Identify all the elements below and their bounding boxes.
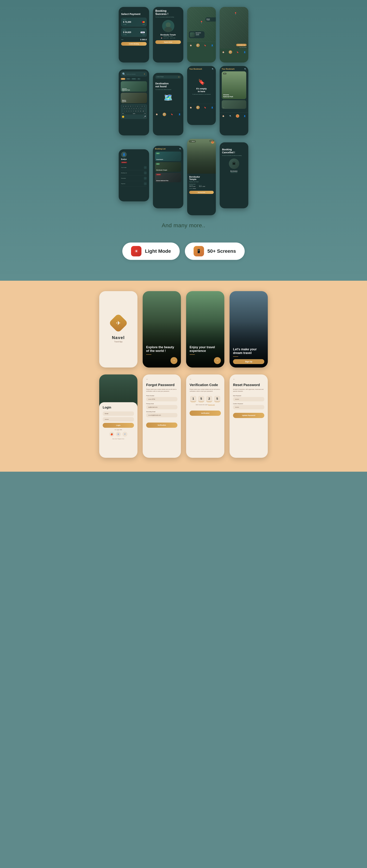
menu-booking-list[interactable]: Booking List › [121, 170, 147, 176]
destination-card-2[interactable]: MachuPicchu Peru [121, 93, 147, 103]
wm-nav-home[interactable]: 🏠 [222, 50, 225, 54]
key-h[interactable]: H [135, 107, 137, 110]
chip-temple[interactable]: Temple [126, 78, 131, 80]
confirm-booking-button[interactable]: Confirm Booking [121, 42, 147, 45]
nav-profile-notfound[interactable]: 👤 [178, 113, 181, 116]
nav-bookmark-notfound[interactable]: 🔖 [170, 113, 174, 116]
booking-card-1[interactable]: Active Kuta Beach [155, 152, 181, 161]
key-m[interactable]: M [140, 110, 142, 112]
code-digit-4[interactable]: 5 [214, 396, 220, 402]
google-login-button[interactable]: G [116, 432, 121, 437]
menu-payment[interactable]: Payment › [121, 181, 147, 186]
back-arrow[interactable]: ← [121, 9, 147, 11]
bkm-nav-bookmark[interactable]: 🔖 [236, 114, 239, 118]
be-nav-search[interactable]: 🔍 [196, 106, 200, 109]
key-emoji[interactable]: 😊 [122, 116, 124, 118]
destination-count-button[interactable]: 2 destination to go [236, 44, 247, 46]
apple-login-button[interactable]: 🍎 [109, 432, 114, 437]
bkm-nav-home[interactable]: 🏠 [222, 114, 225, 118]
onboard-next-btn-2[interactable]: → [214, 357, 221, 364]
login-email-field[interactable]: Email [103, 411, 134, 416]
back-cancelled[interactable]: ← [222, 145, 246, 146]
wm-nav-bookmark[interactable]: 🔖 [236, 50, 239, 54]
login-password-field[interactable]: •••••••• [103, 417, 134, 422]
booking-card-2[interactable]: Active Borobudur Temple [155, 162, 181, 172]
code-digit-3[interactable]: 2 [206, 396, 213, 402]
booking-list-search-icon[interactable]: 🔍 [179, 148, 181, 150]
booking-card-3[interactable]: Cancelled Bromo National Park [155, 173, 181, 182]
key-c[interactable]: C [130, 110, 132, 112]
rp-confirm-pass-field[interactable]: •••••••• [233, 405, 264, 409]
key-a[interactable]: A [124, 107, 125, 110]
key-r[interactable]: R [130, 105, 132, 107]
menu-promotion[interactable]: Promotion › [121, 176, 147, 181]
fp-phone-field[interactable]: ••••••• 8792 [146, 397, 177, 401]
key-123[interactable]: 123 [121, 113, 124, 115]
code-digit-1[interactable]: 1 [190, 396, 196, 402]
key-b[interactable]: B [135, 110, 137, 112]
bookmark-card-main[interactable]: 4.0 GöremeNational Park [222, 71, 246, 99]
key-j[interactable]: J [138, 107, 140, 110]
search-bar[interactable]: 🔍 Search your destination ⊞ [121, 71, 147, 76]
be-nav-bookmark[interactable]: 🔖 [203, 106, 207, 109]
search-input[interactable]: Search your destination [126, 73, 142, 75]
key-go[interactable]: Go [144, 113, 146, 115]
fp-email1-field[interactable]: op@email.com [146, 405, 177, 409]
rp-back-arrow[interactable]: ← [233, 378, 264, 380]
verification-button[interactable]: Verification [146, 423, 177, 428]
be-nav-profile[interactable]: 👤 [210, 106, 214, 109]
key-shift[interactable]: ⇧ [123, 110, 125, 112]
search-bar-notfound[interactable]: Grober Temple ⊞ [156, 75, 181, 79]
nav-profile-icon[interactable]: 👤 [210, 43, 214, 47]
key-f[interactable]: F [131, 107, 133, 110]
fp-email2-field[interactable]: •••••••hq@email.com [146, 413, 177, 417]
chip-sun[interactable]: Sun [137, 78, 141, 80]
search-icon-bkm[interactable]: 🔍 [244, 68, 246, 70]
rp-new-pass-field[interactable]: •••••••• [233, 397, 264, 401]
key-d[interactable]: D [128, 107, 130, 110]
key-g[interactable]: G [133, 107, 135, 110]
wm-nav-profile[interactable]: 👤 [243, 50, 246, 54]
key-mic[interactable]: 🎤 [143, 116, 146, 118]
verify-button[interactable]: Verification [190, 410, 221, 416]
search-icon-bookmark[interactable]: 🔍 [212, 68, 214, 70]
key-delete[interactable]: ⌫ [142, 110, 145, 112]
key-n[interactable]: N [137, 110, 139, 112]
register-link[interactable]: New User? Register Here [103, 438, 134, 439]
key-s[interactable]: S [126, 107, 128, 110]
payment-card-1[interactable]: Balance $ 72,200 •••• 5587 06/23 [121, 18, 147, 27]
update-password-button[interactable]: Update Password [233, 413, 264, 418]
onboard-next-btn-1[interactable]: → [170, 357, 177, 364]
login-button[interactable]: Login [103, 423, 134, 428]
payment-card-2[interactable]: Balance $ 54,620 VISA •••• 7423 06/23 [121, 28, 147, 37]
wm-nav-search[interactable]: 🔍 [229, 50, 232, 54]
nav-search-icon[interactable]: 🔍 [196, 43, 200, 47]
key-k[interactable]: K [140, 107, 142, 110]
code-digit-2[interactable]: 5 [198, 396, 204, 402]
bkm-nav-profile[interactable]: 👤 [243, 114, 246, 118]
nav-home-icon[interactable]: 🏠 [189, 43, 193, 47]
resend-code-link[interactable]: Resend code [208, 404, 215, 405]
fp-back-arrow[interactable]: ← [146, 378, 177, 380]
menu-your-profile[interactable]: Your Profile › [121, 165, 147, 170]
nav-search-notfound[interactable]: 🔍 [163, 113, 166, 116]
facebook-login-button[interactable]: f [122, 432, 128, 437]
vp-back-arrow[interactable]: ← [190, 378, 221, 380]
key-z[interactable]: Z [125, 110, 128, 112]
chip-waterfall[interactable]: Waterfall [131, 78, 136, 80]
key-w[interactable]: W [125, 105, 127, 107]
chip-nature[interactable]: Nature [121, 78, 125, 80]
key-v[interactable]: V [133, 110, 135, 112]
map-destination-card[interactable]: BorobudurTemple Magelang [189, 31, 204, 38]
signup-button[interactable]: Sign Up [233, 359, 264, 364]
key-e[interactable]: E [128, 105, 129, 107]
filter-icon[interactable]: ⊞ [143, 73, 146, 75]
key-l[interactable]: L [142, 107, 144, 110]
key-t[interactable]: T [132, 105, 134, 107]
key-y[interactable]: Y [134, 105, 136, 107]
key-p[interactable]: P [144, 105, 145, 107]
explore-home-button[interactable]: Explore Home [156, 40, 181, 44]
key-space[interactable]: space [124, 113, 143, 115]
key-o[interactable]: O [141, 105, 143, 107]
be-nav-home[interactable]: 🏠 [189, 106, 193, 109]
